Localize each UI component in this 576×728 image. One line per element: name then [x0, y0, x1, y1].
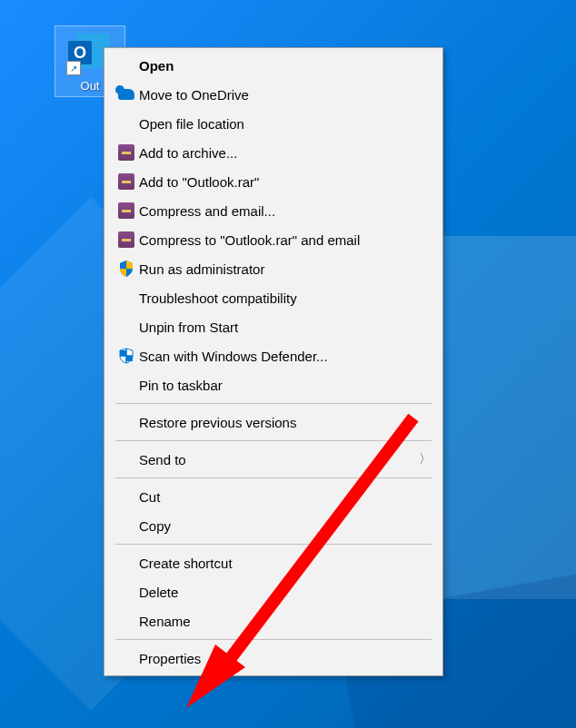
menu-item-pin-taskbar[interactable]: Pin to taskbar: [106, 370, 441, 399]
menu-item-add-rar[interactable]: Add to "Outlook.rar": [106, 167, 441, 196]
menu-item-compress-rar-email[interactable]: Compress to "Outlook.rar" and email: [106, 225, 441, 254]
defender-icon: [114, 348, 139, 364]
menu-item-open-location[interactable]: Open file location: [106, 109, 441, 138]
menu-item-move-onedrive[interactable]: Move to OneDrive: [106, 80, 441, 109]
menu-item-run-admin[interactable]: Run as administrator: [106, 254, 441, 283]
menu-item-add-archive[interactable]: Add to archive...: [106, 138, 441, 167]
menu-item-rename[interactable]: Rename: [106, 606, 441, 635]
svg-rect-1: [126, 356, 133, 361]
menu-item-properties[interactable]: Properties: [106, 644, 441, 673]
winrar-icon: [114, 231, 139, 248]
menu-separator: [115, 477, 432, 478]
menu-separator: [115, 639, 432, 640]
menu-item-delete[interactable]: Delete: [106, 577, 441, 606]
menu-item-scan-defender[interactable]: Scan with Windows Defender...: [106, 341, 441, 370]
menu-separator: [115, 544, 432, 545]
menu-item-open[interactable]: Open: [106, 51, 441, 80]
menu-separator: [115, 403, 432, 404]
shortcut-arrow-icon: ↗: [66, 61, 81, 75]
menu-separator: [115, 440, 432, 441]
menu-item-create-shortcut[interactable]: Create shortcut: [106, 548, 441, 577]
chevron-right-icon: 〉: [419, 451, 432, 467]
menu-item-copy[interactable]: Copy: [106, 511, 441, 540]
winrar-icon: [114, 202, 139, 219]
menu-item-troubleshoot[interactable]: Troubleshoot compatibility: [106, 283, 441, 312]
menu-item-unpin-start[interactable]: Unpin from Start: [106, 312, 441, 341]
menu-item-restore-versions[interactable]: Restore previous versions: [106, 408, 441, 437]
menu-item-send-to[interactable]: Send to 〉: [106, 445, 441, 474]
uac-shield-icon: [114, 261, 139, 277]
winrar-icon: [114, 144, 139, 161]
onedrive-icon: [114, 89, 139, 100]
winrar-icon: [114, 173, 139, 190]
svg-rect-0: [120, 350, 126, 356]
context-menu: Open Move to OneDrive Open file location…: [104, 47, 443, 676]
menu-item-cut[interactable]: Cut: [106, 482, 441, 511]
menu-item-compress-email[interactable]: Compress and email...: [106, 196, 441, 225]
